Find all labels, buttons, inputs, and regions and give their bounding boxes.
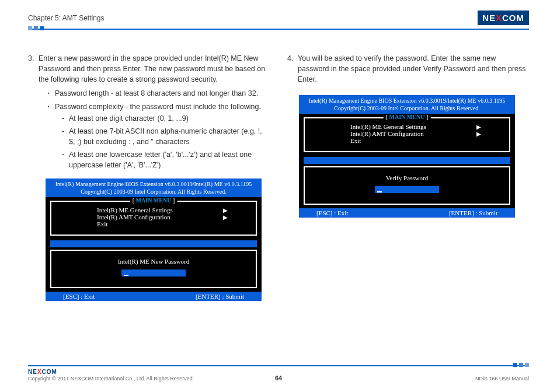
step-number: 3. <box>28 53 39 85</box>
bios-footer: [ESC] : Exit [ENTER] : Submit <box>299 208 515 218</box>
header-divider <box>28 29 529 30</box>
triangle-right-icon: ▶ <box>223 207 228 214</box>
bios-password-prompt: Verify Password <box>304 166 510 205</box>
bios-header: Intel(R) Management Engine BIOS Extensio… <box>46 178 262 197</box>
prompt-label: Verify Password <box>309 174 504 181</box>
bullet-item: Password length - at least 8 characters … <box>48 88 270 99</box>
footer-decoration <box>513 363 529 367</box>
copyright-text: Copyright © 2011 NEXCOM International Co… <box>28 376 194 382</box>
bios-screen-left: Intel(R) Management Engine BIOS Extensio… <box>46 178 262 301</box>
menu-item[interactable]: Intel(R) AMT Configuration ▶ <box>309 130 504 137</box>
enter-hint: [ENTER] : Submit <box>196 293 244 300</box>
step-text: Enter a new password in the space provid… <box>39 53 270 85</box>
enter-hint: [ENTER] : Submit <box>449 209 497 216</box>
step-text: You will be asked to verify the password… <box>298 53 529 85</box>
triangle-right-icon: ▶ <box>223 214 228 220</box>
step-number: 4. <box>287 53 298 85</box>
footer-divider <box>28 365 529 366</box>
bios-divider <box>50 240 257 247</box>
bios-screen-right: Intel(R) Management Engine BIOS Extensio… <box>299 95 515 218</box>
bios-header: Intel(R) Management Engine BIOS Extensio… <box>299 95 515 114</box>
cursor-icon <box>377 191 382 192</box>
dash-item: At least one 7-bit ASCII non alpha-numer… <box>62 126 270 147</box>
menu-item[interactable]: Intel(R) ME General Settings ▶ <box>309 123 504 130</box>
prompt-label: Intel(R) ME New Password <box>56 258 251 265</box>
triangle-right-icon: ▶ <box>476 124 481 130</box>
chapter-title: Chapter 5: AMT Settings <box>28 14 105 22</box>
dash-item: At least one lowercase letter ('a', 'b'.… <box>62 149 270 170</box>
logo: NEXCOM <box>478 10 529 25</box>
bios-password-prompt: Intel(R) ME New Password <box>50 250 257 288</box>
esc-hint: [ESC] : Exit <box>63 293 95 300</box>
esc-hint: [ESC] : Exit <box>316 209 348 216</box>
menu-item[interactable]: Exit <box>309 137 504 144</box>
page-footer: NEXCOM Copyright © 2011 NEXCOM Internati… <box>28 365 529 382</box>
dash-item: At least one digit character (0, 1, ...9… <box>62 113 270 124</box>
bios-main-menu: MAIN MENU Intel(R) ME General Settings ▶… <box>304 117 510 152</box>
triangle-right-icon: ▶ <box>476 131 481 137</box>
left-column: 3. Enter a new password in the space pro… <box>28 53 270 301</box>
bios-footer: [ESC] : Exit [ENTER] : Submit <box>46 292 262 301</box>
password-input[interactable] <box>121 270 186 276</box>
footer-logo: NEXCOM <box>28 369 194 375</box>
menu-item[interactable]: Intel(R) ME General Settings ▶ <box>56 206 251 214</box>
bullet-item: Password complexity - the password must … <box>48 102 270 171</box>
header-decoration <box>28 26 44 30</box>
password-input[interactable] <box>375 186 439 193</box>
cursor-icon <box>124 275 128 276</box>
bios-main-menu: MAIN MENU Intel(R) ME General Settings ▶… <box>50 201 257 236</box>
menu-item[interactable]: Exit <box>56 220 251 228</box>
manual-name: NDiS 166 User Manual <box>475 376 529 382</box>
page-number: 64 <box>275 374 282 382</box>
page-header: Chapter 5: AMT Settings NEXCOM <box>28 10 529 25</box>
bios-divider <box>304 157 510 164</box>
menu-item[interactable]: Intel(R) AMT Configuration ▶ <box>56 214 251 220</box>
right-column: 4. You will be asked to verify the passw… <box>287 53 529 301</box>
